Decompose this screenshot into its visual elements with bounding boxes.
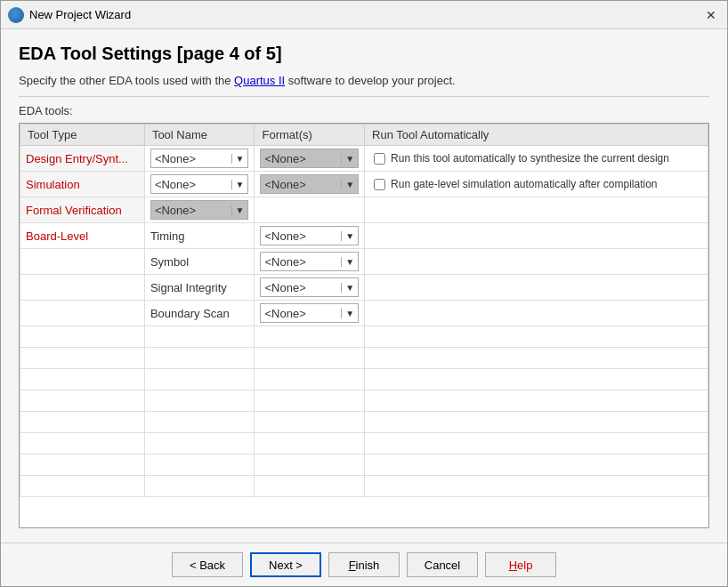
finish-button[interactable]: Finish <box>328 552 400 577</box>
format-cell: <None> ▼ <box>255 249 365 275</box>
dropdown-arrow-icon: ▼ <box>341 231 354 241</box>
col-tool-type: Tool Type <box>20 125 145 146</box>
dropdown-arrow-icon: ▼ <box>341 257 354 267</box>
table-row-empty <box>20 326 708 348</box>
app-icon <box>8 7 24 23</box>
dropdown-value: <None> <box>264 281 305 294</box>
dropdown-arrow-icon: ▼ <box>231 180 245 189</box>
tool-type-label: Design Entry/Synt... <box>26 152 128 165</box>
tool-type-cell <box>20 301 145 326</box>
auto-run-label-sim: Run gate-level simulation automatically … <box>391 178 657 190</box>
table-row-empty <box>20 369 708 390</box>
finish-label: Finish <box>349 559 380 572</box>
dropdown-value: <None> <box>264 178 305 191</box>
auto-run-cell <box>365 301 708 326</box>
cancel-button[interactable]: Cancel <box>407 552 478 577</box>
dropdown-value: <None> <box>264 307 305 320</box>
table-row: Simulation <None> ▼ <None> ▼ <box>20 172 708 197</box>
help-button[interactable]: Help <box>485 552 556 577</box>
table-header-row: Tool Type Tool Name Format(s) Run Tool A… <box>20 125 708 146</box>
tool-name-cell: Symbol <box>144 249 255 275</box>
auto-run-cell <box>365 249 708 275</box>
footer: < Back Next > Finish Cancel Help <box>1 543 727 586</box>
description-text: Specify the other EDA tools used with th… <box>19 73 709 89</box>
format-cell: <None> ▼ <box>255 223 365 249</box>
close-button[interactable]: ✕ <box>702 6 720 24</box>
table-row-empty <box>20 476 708 497</box>
auto-run-container: Run this tool automatically to synthesiz… <box>370 150 702 166</box>
tool-name-cell: <None> ▼ <box>144 172 255 197</box>
tool-name-dropdown-sim[interactable]: <None> ▼ <box>150 174 249 194</box>
table-row: Board-Level Timing <None> ▼ <box>20 223 708 249</box>
format-cell: <None> ▼ <box>255 172 365 197</box>
dropdown-arrow-icon: ▼ <box>231 154 245 164</box>
eda-tools-table-container: Tool Type Tool Name Format(s) Run Tool A… <box>19 123 709 528</box>
dropdown-value: <None> <box>155 152 196 165</box>
tool-name-text: Boundary Scan <box>150 307 230 320</box>
auto-run-cell <box>365 223 708 249</box>
format-dropdown-sim[interactable]: <None> ▼ <box>260 174 359 194</box>
tool-name-dropdown-design[interactable]: <None> ▼ <box>150 149 249 168</box>
auto-run-cell <box>365 197 708 223</box>
window-title: New Project Wizard <box>29 8 702 21</box>
desc-part1: Specify the other EDA tools used with th… <box>19 74 234 87</box>
main-content: EDA Tool Settings [page 4 of 5] Specify … <box>1 29 727 543</box>
col-auto-run: Run Tool Automatically <box>365 125 708 146</box>
tool-name-dropdown-formal[interactable]: <None> ▼ <box>150 200 249 220</box>
divider <box>19 96 709 97</box>
dropdown-value: <None> <box>264 229 305 243</box>
auto-run-checkbox-sim[interactable] <box>374 179 385 190</box>
dropdown-value: <None> <box>155 204 196 217</box>
tool-name-cell: <None> ▼ <box>144 146 255 172</box>
col-format: Format(s) <box>255 125 365 146</box>
section-label: EDA tools: <box>19 104 709 117</box>
table-row: Boundary Scan <None> ▼ <box>20 301 708 326</box>
tool-name-text: Symbol <box>150 255 189 269</box>
auto-run-checkbox-design[interactable] <box>374 153 385 165</box>
back-button[interactable]: < Back <box>172 552 243 577</box>
dropdown-value: <None> <box>264 152 305 165</box>
tool-name-cell: <None> ▼ <box>144 197 255 223</box>
page-title: EDA Tool Settings [page 4 of 5] <box>19 44 709 64</box>
auto-run-cell <box>365 275 708 301</box>
format-cell: <None> ▼ <box>255 275 365 301</box>
table-row-empty <box>20 390 708 412</box>
auto-run-label-design: Run this tool automatically to synthesiz… <box>391 152 669 165</box>
desc-part2: software to develop your project. <box>285 74 456 87</box>
tool-type-cell <box>20 249 145 275</box>
tool-name-text: Signal Integrity <box>150 281 227 294</box>
table-row-empty <box>20 433 708 454</box>
table-row: Signal Integrity <None> ▼ <box>20 275 708 301</box>
table-row: Symbol <None> ▼ <box>20 249 708 275</box>
tool-type-cell: Formal Verification <box>20 197 145 223</box>
dropdown-arrow-icon: ▼ <box>341 283 354 293</box>
eda-tools-table: Tool Type Tool Name Format(s) Run Tool A… <box>20 124 708 497</box>
title-bar: New Project Wizard ✕ <box>1 1 727 29</box>
auto-run-container: Run gate-level simulation automatically … <box>370 176 702 192</box>
tool-type-cell: Board-Level <box>20 223 145 249</box>
table-row: Formal Verification <None> ▼ <box>20 197 708 223</box>
tool-name-cell: Timing <box>144 223 255 249</box>
auto-run-cell: Run gate-level simulation automatically … <box>365 172 708 197</box>
format-dropdown-boundary[interactable]: <None> ▼ <box>260 303 359 323</box>
format-dropdown-design[interactable]: <None> ▼ <box>260 149 359 168</box>
format-cell: <None> ▼ <box>255 301 365 326</box>
tool-type-cell <box>20 275 145 301</box>
help-label: Help <box>509 559 533 572</box>
format-cell <box>255 197 365 223</box>
dropdown-arrow-icon: ▼ <box>341 154 354 164</box>
table-row-empty <box>20 348 708 369</box>
desc-link: Quartus II <box>234 74 285 87</box>
format-dropdown-signal[interactable]: <None> ▼ <box>260 277 359 297</box>
tool-name-cell: Boundary Scan <box>144 301 255 326</box>
format-dropdown-timing[interactable]: <None> ▼ <box>260 226 359 245</box>
auto-run-cell: Run this tool automatically to synthesiz… <box>365 146 708 172</box>
tool-type-cell: Simulation <box>20 172 145 197</box>
dropdown-value: <None> <box>155 178 196 191</box>
format-dropdown-symbol[interactable]: <None> ▼ <box>260 252 359 271</box>
table-row: Design Entry/Synt... <None> ▼ <None> ▼ <box>20 146 708 172</box>
next-button[interactable]: Next > <box>250 552 321 577</box>
dropdown-arrow-icon: ▼ <box>341 180 354 189</box>
dropdown-value: <None> <box>264 255 305 269</box>
tool-type-cell: Design Entry/Synt... <box>20 146 145 172</box>
